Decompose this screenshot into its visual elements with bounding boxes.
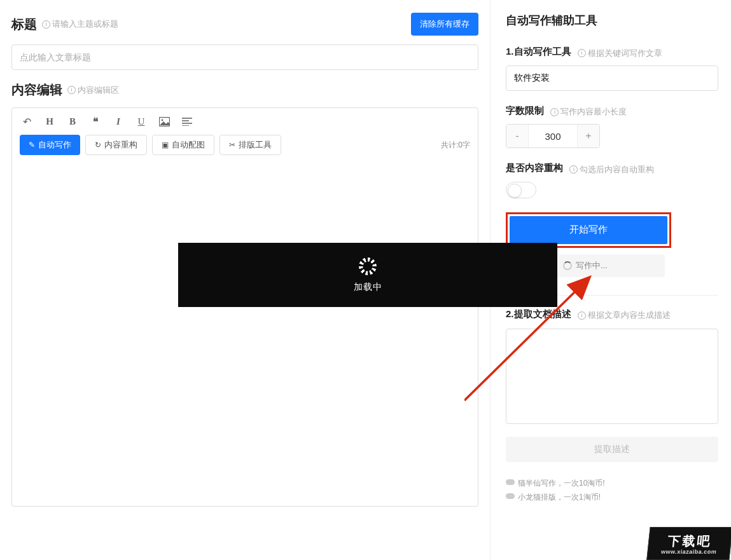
note-line: 小龙猫排版，一次1淘币! <box>506 490 718 504</box>
stepper-minus-button[interactable]: - <box>506 125 528 147</box>
word-count: 共计:0字 <box>441 140 470 151</box>
svg-point-1 <box>161 119 163 121</box>
info-icon: i <box>550 108 559 116</box>
info-icon: i <box>578 49 586 57</box>
tool1-label: 1.自动写作工具 <box>506 46 571 57</box>
toolbar: ↶ H B ❝ I U <box>12 108 478 128</box>
stepper-input[interactable] <box>528 125 578 147</box>
description-textarea[interactable] <box>506 329 718 424</box>
sidebar-title: 自动写作辅助工具 <box>506 13 718 28</box>
title-input[interactable] <box>11 44 478 70</box>
keyword-input[interactable] <box>506 65 718 91</box>
image-icon[interactable] <box>157 114 171 128</box>
wordlimit-stepper: - + <box>506 124 600 148</box>
pen-icon: ✎ <box>29 140 35 149</box>
note-line: 猫半仙写作，一次10淘币! <box>506 476 718 490</box>
spinner-icon <box>563 261 572 270</box>
info-icon: i <box>569 165 578 174</box>
underline-icon[interactable]: U <box>134 114 148 128</box>
rewrite-hint: i勾选后内容自动重构 <box>569 164 654 175</box>
extract-button[interactable]: 提取描述 <box>506 437 718 462</box>
start-writing-button[interactable]: 开始写作 <box>510 216 667 244</box>
bold-icon[interactable]: B <box>66 114 80 128</box>
layout-tool-button[interactable]: ✂排版工具 <box>219 135 281 155</box>
cloud-icon <box>506 479 515 485</box>
loading-text: 加载中 <box>354 282 382 293</box>
wordlimit-label: 字数限制 <box>506 105 544 116</box>
quote-icon[interactable]: ❝ <box>88 114 102 128</box>
align-icon[interactable] <box>180 114 194 128</box>
wordlimit-hint: i写作内容最小长度 <box>550 106 627 118</box>
italic-icon[interactable]: I <box>111 114 125 128</box>
refresh-icon: ↻ <box>95 140 101 149</box>
content-hint: i内容编辑区 <box>67 85 119 96</box>
auto-image-button[interactable]: ▣自动配图 <box>152 135 214 155</box>
content-label: 内容编辑 <box>11 81 62 99</box>
rewrite-button[interactable]: ↻内容重构 <box>85 135 147 155</box>
undo-icon[interactable]: ↶ <box>20 114 34 128</box>
cloud-icon <box>506 493 515 499</box>
title-label: 标题 <box>11 16 37 33</box>
rewrite-toggle[interactable] <box>506 182 536 198</box>
clear-cache-button[interactable]: 清除所有缓存 <box>411 13 478 36</box>
notes: 猫半仙写作，一次10淘币! 小龙猫排版，一次1淘币! <box>506 476 718 504</box>
info-icon: i <box>42 20 50 29</box>
auto-write-button[interactable]: ✎自动写作 <box>20 135 80 155</box>
title-hint: i请输入主题或标题 <box>42 18 118 30</box>
tool1-hint: i根据关键词写作文章 <box>578 48 662 59</box>
heading-icon[interactable]: H <box>43 114 57 128</box>
tool2-label: 2.提取文档描述 <box>506 308 571 319</box>
tool-icon: ✂ <box>229 140 235 149</box>
loading-modal: 加载中 <box>178 243 557 307</box>
watermark: 下载吧 www.xiazaiba.com <box>646 527 731 560</box>
picture-icon: ▣ <box>162 140 169 149</box>
stepper-plus-button[interactable]: + <box>578 125 599 147</box>
editor: ↶ H B ❝ I U ✎自动写作 ↻内容重构 <box>11 107 478 507</box>
loading-spinner-icon <box>359 257 377 275</box>
info-icon: i <box>578 311 586 320</box>
editor-content[interactable] <box>12 163 478 506</box>
info-icon: i <box>67 86 76 94</box>
tool2-hint: i根据文章内容生成描述 <box>578 310 671 321</box>
rewrite-label: 是否内容重构 <box>506 162 563 173</box>
